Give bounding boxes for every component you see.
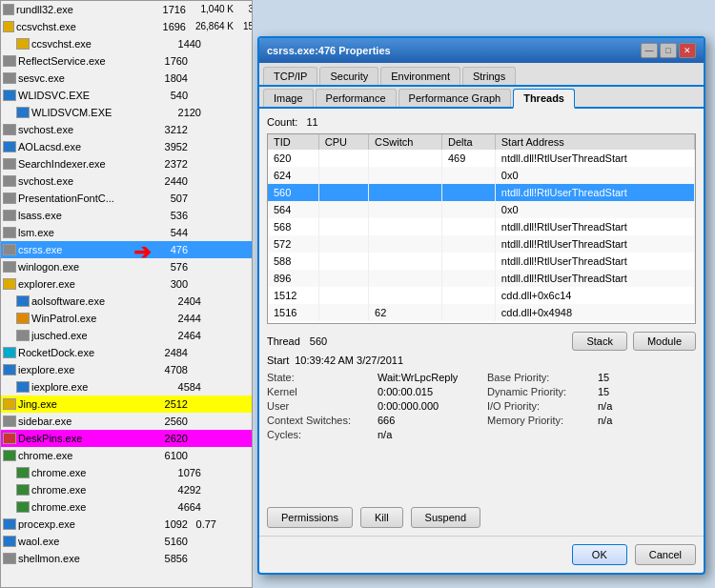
process-row[interactable]: winlogon.exe576 [1, 258, 252, 275]
process-name: shellmon.exe [18, 553, 152, 564]
process-row[interactable]: aolsoftware.exe2404 [1, 293, 252, 310]
column-header-cswitch[interactable]: CSwitch [369, 134, 442, 150]
thread-row[interactable]: 588ntdll.dll!RtlUserThreadStart [268, 253, 695, 270]
threads-table-container[interactable]: TIDCPUCSwitchDeltaStart Address 620469nt… [267, 133, 696, 324]
process-row[interactable]: chrome.exe6100 [1, 447, 252, 464]
process-row[interactable]: sidebar.exe2560 [1, 413, 252, 430]
thread-row[interactable]: 568ntdll.dll!RtlUserThreadStart [268, 218, 695, 235]
suspend-button[interactable]: Suspend [411, 507, 480, 528]
process-row[interactable]: PresentationFontC...507 [1, 190, 252, 207]
thread-row[interactable]: 1512cdd.dll+0x6c14 [268, 287, 695, 304]
process-row[interactable]: RocketDock.exe2484 [1, 344, 252, 361]
close-button[interactable]: ✕ [679, 43, 696, 58]
kill-button[interactable]: Kill [360, 507, 403, 528]
thread-row[interactable]: 572ntdll.dll!RtlUserThreadStart [268, 235, 695, 253]
tab-strings[interactable]: Strings [462, 67, 516, 85]
process-name: sidebar.exe [18, 416, 152, 427]
ok-button[interactable]: OK [572, 544, 627, 565]
process-pid: 2404 [165, 295, 205, 307]
column-header-tid[interactable]: TID [268, 134, 318, 150]
state-value: Wait:WrLpcReply [378, 372, 458, 383]
cancel-button[interactable]: Cancel [635, 544, 696, 565]
process-row[interactable]: csrss.exe476 [1, 241, 252, 258]
tab-threads[interactable]: Threads [513, 89, 575, 109]
process-pid: 1804 [152, 72, 192, 84]
column-header-start address[interactable]: Start Address [495, 134, 694, 150]
memory-priority-value: n/a [598, 415, 612, 426]
thread-delta: 469 [442, 150, 496, 167]
process-icon [3, 227, 16, 238]
thread-delta [442, 235, 496, 253]
module-button[interactable]: Module [633, 332, 696, 351]
column-header-cpu[interactable]: CPU [318, 134, 368, 150]
process-row[interactable]: iexplore.exe4708 [1, 361, 252, 378]
process-row[interactable]: WLIDSVCM.EXE2120 [1, 104, 252, 121]
process-row[interactable]: chrome.exe1076 [1, 464, 252, 481]
process-pid: 1076 [165, 467, 205, 478]
process-pid: 4708 [152, 364, 192, 375]
process-name: chrome.exe [31, 501, 165, 513]
process-row[interactable]: WinPatrol.exe2444 [1, 310, 252, 327]
thread-row[interactable]: 620469ntdll.dll!RtlUserThreadStart [268, 150, 695, 167]
process-name: ccsvchst.exe [16, 21, 150, 32]
process-row[interactable]: waol.exe5160 [1, 533, 252, 550]
process-row[interactable]: ccsvchst.exe169626,864 K15,384 KSymantec… [1, 18, 252, 35]
process-row[interactable]: jusched.exe2464 [1, 327, 252, 344]
process-row[interactable]: svchost.exe2440 [1, 172, 252, 190]
state-label: State: [267, 372, 372, 383]
thread-tid: 1512 [268, 287, 318, 304]
thread-row[interactable]: 560ntdll.dll!RtlUserThreadStart [268, 184, 695, 201]
process-icon [16, 295, 30, 307]
process-row[interactable]: lsass.exe536 [1, 207, 252, 224]
process-row[interactable]: ReflectService.exe1760 [1, 52, 252, 70]
process-row[interactable]: explorer.exe300 [1, 275, 252, 293]
maximize-button[interactable]: □ [660, 43, 677, 58]
process-icon [3, 398, 16, 410]
context-value: 666 [378, 415, 395, 426]
thread-row[interactable]: 6240x0 [268, 167, 695, 184]
process-row[interactable]: lsm.exe544 [1, 224, 252, 241]
tab-security[interactable]: Security [319, 67, 378, 85]
user-label: User [267, 400, 372, 412]
thread-cpu [318, 304, 368, 321]
stack-button[interactable]: Stack [572, 332, 627, 351]
process-row[interactable]: rundll32.exe17161,040 K3,504 K [1, 1, 252, 18]
thread-address: cdd.dll+0x6c14 [495, 287, 694, 304]
process-row[interactable]: shellmon.exe5856 [1, 550, 252, 567]
dialog-controls: — □ ✕ [641, 43, 696, 58]
thread-delta [442, 218, 496, 235]
tab-performance[interactable]: Performance [316, 89, 397, 107]
process-pid: 476 [152, 244, 192, 255]
process-row[interactable]: chrome.exe4664 [1, 498, 252, 516]
process-name: chrome.exe [18, 450, 152, 461]
thread-row[interactable]: 151662cdd.dll+0x4948 [268, 304, 695, 321]
process-row[interactable]: iexplore.exe4584 [1, 378, 252, 395]
process-pid: 544 [152, 227, 192, 238]
process-name: lsass.exe [18, 210, 152, 221]
process-icon [3, 278, 16, 290]
thread-row[interactable]: 896ntdll.dll!RtlUserThreadStart [268, 270, 695, 287]
process-row[interactable]: AOLacsd.exe3952 [1, 138, 252, 155]
process-row[interactable]: chrome.exe4292 [1, 481, 252, 498]
tab-performance-graph[interactable]: Performance Graph [398, 89, 512, 107]
process-row[interactable]: WLIDSVC.EXE540 [1, 87, 252, 104]
tab-tcp-ip[interactable]: TCP/IP [263, 67, 317, 85]
process-row[interactable]: svchost.exe3212 [1, 121, 252, 138]
tab-image[interactable]: Image [263, 89, 314, 107]
process-row[interactable]: SearchIndexer.exe2372 [1, 155, 252, 172]
process-row[interactable]: sesvc.exe1804 [1, 70, 252, 87]
permissions-button[interactable]: Permissions [267, 507, 353, 528]
column-header-delta[interactable]: Delta [442, 134, 496, 150]
process-row[interactable]: DeskPins.exe2620 [1, 430, 252, 447]
thread-tid: 588 [268, 253, 318, 270]
process-row[interactable]: Jing.exe2512 [1, 395, 252, 413]
process-row[interactable]: procexp.exe10920.77 [1, 516, 252, 533]
start-row: Start 10:39:42 AM 3/27/2011 [267, 355, 696, 366]
thread-row[interactable]: 5640x0 [268, 201, 695, 218]
process-row[interactable]: ccsvchst.exe1440 [1, 35, 252, 52]
thread-tid: 896 [268, 270, 318, 287]
tab-environment[interactable]: Environment [380, 67, 460, 85]
minimize-button[interactable]: — [641, 43, 658, 58]
process-icon [3, 72, 16, 84]
process-icon [16, 467, 30, 478]
